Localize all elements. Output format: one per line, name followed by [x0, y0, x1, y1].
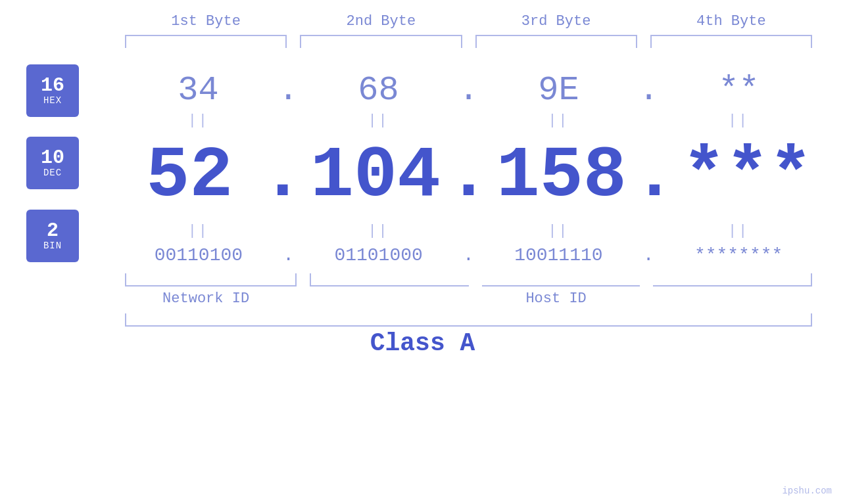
- bracket-byte2: [300, 35, 462, 48]
- bin-name: BIN: [43, 241, 62, 251]
- equals-row-1: || || || ||: [118, 110, 819, 131]
- dec-val-1: 52: [118, 140, 261, 212]
- dec-val-4: ***: [676, 140, 819, 212]
- id-label-row: Network ID Host ID: [26, 288, 819, 309]
- equals-row-2: || || || ||: [118, 220, 819, 242]
- hex-badge: 16 HEX: [26, 64, 79, 117]
- bottom-bracket-row: [26, 273, 819, 286]
- network-bracket: [125, 273, 297, 286]
- byte-headers: 1st Byte 2nd Byte 3rd Byte 4th Byte: [26, 13, 819, 35]
- eq2-1: ||: [118, 223, 279, 239]
- eq1-4: ||: [658, 112, 819, 129]
- host-id-label: Host ID: [293, 288, 819, 309]
- watermark: ipshu.com: [782, 486, 832, 496]
- host-bracket-container: [303, 273, 819, 286]
- top-bracket-row: [26, 35, 819, 48]
- bin-val-3: 10011110: [479, 245, 639, 265]
- bin-val-4: ********: [658, 245, 819, 265]
- main-container: 1st Byte 2nd Byte 3rd Byte 4th Byte 16 H…: [0, 0, 845, 504]
- byte3-header: 3rd Byte: [469, 13, 644, 35]
- eq2-2: ||: [299, 223, 459, 239]
- hex-row: 34 . 68 . 9E . **: [118, 55, 819, 110]
- bin-dot-2: .: [459, 245, 479, 265]
- eq2-3: ||: [479, 223, 639, 239]
- main-grid: 16 HEX 10 DEC 2 BIN 34 .: [26, 55, 819, 272]
- base-labels: 16 HEX 10 DEC 2 BIN: [26, 55, 118, 272]
- dec-row: 52 . 104 . 158 . ***: [118, 131, 819, 220]
- dec-name: DEC: [43, 168, 62, 178]
- bin-val-1: 00110100: [118, 245, 279, 265]
- hex-dot-3: .: [639, 71, 659, 110]
- bracket-byte1: [125, 35, 287, 48]
- byte4-header: 4th Byte: [644, 13, 819, 35]
- hex-val-1: 34: [118, 71, 278, 110]
- eq1-1: ||: [118, 112, 279, 129]
- bracket-byte4: [650, 35, 812, 48]
- bin-dot-3: .: [639, 245, 658, 265]
- eq1-3: ||: [479, 112, 639, 129]
- hex-name: HEX: [43, 95, 62, 106]
- hex-val-4: **: [659, 71, 819, 110]
- hex-dot-1: .: [278, 71, 299, 110]
- hex-val-3: 9E: [479, 71, 639, 110]
- class-bracket: [125, 313, 812, 327]
- value-grid: 34 . 68 . 9E . **: [118, 55, 819, 272]
- dec-dot-2: .: [447, 135, 490, 217]
- bracket-byte3: [475, 35, 637, 48]
- bin-number: 2: [47, 221, 59, 241]
- network-bracket-container: [125, 273, 297, 286]
- host-bracket-left: [310, 273, 469, 286]
- dec-dot-1: .: [261, 135, 304, 217]
- bin-dot-1: .: [279, 245, 299, 265]
- dec-dot-3: .: [633, 135, 676, 217]
- bin-badge: 2 BIN: [26, 210, 79, 262]
- class-bracket-area: [26, 313, 819, 327]
- byte1-header: 1st Byte: [118, 13, 293, 35]
- hex-number: 16: [41, 76, 64, 95]
- host-bracket-right: [653, 273, 812, 286]
- class-label: Class A: [26, 329, 819, 357]
- eq2-4: ||: [658, 223, 819, 239]
- dec-number: 10: [41, 148, 64, 168]
- network-id-label: Network ID: [118, 288, 293, 309]
- dec-val-3: 158: [491, 140, 633, 212]
- bin-row: 00110100 . 01101000 . 10011110 .: [118, 242, 819, 272]
- eq1-2: ||: [299, 112, 459, 129]
- dec-val-2: 104: [304, 140, 447, 212]
- hex-val-2: 68: [299, 71, 458, 110]
- dec-badge: 10 DEC: [26, 137, 79, 189]
- bin-val-2: 01101000: [299, 245, 459, 265]
- host-bracket-mid: [482, 273, 640, 286]
- byte2-header: 2nd Byte: [293, 13, 468, 35]
- hex-dot-2: .: [458, 71, 479, 110]
